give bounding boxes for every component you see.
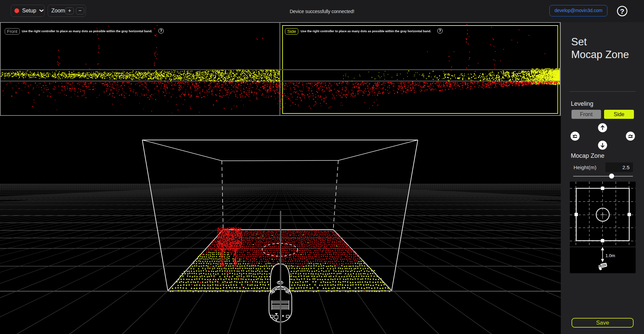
svg-text:1.0m: 1.0m bbox=[605, 253, 615, 258]
svg-text:?: ? bbox=[620, 7, 625, 15]
